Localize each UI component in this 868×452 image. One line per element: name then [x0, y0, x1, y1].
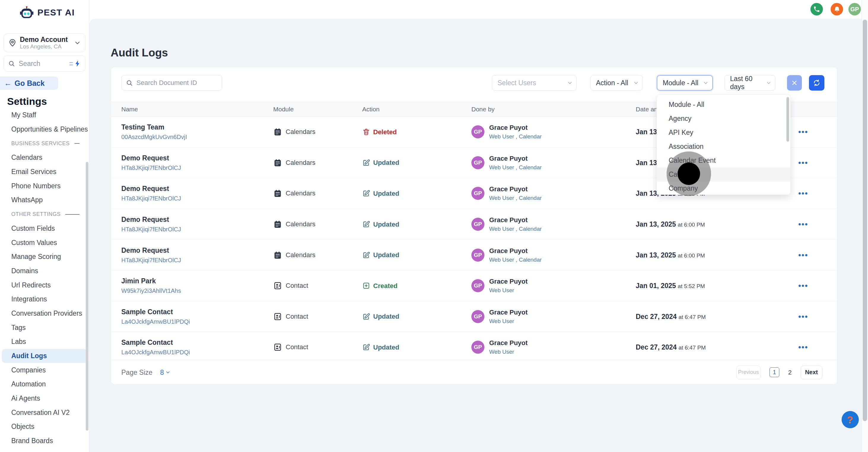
dropdown-scrollbar[interactable]: [786, 97, 789, 142]
done-by-name: Grace Puyot: [489, 278, 528, 285]
sidebar-item-integrations[interactable]: Integrations: [0, 292, 89, 307]
table-footer: Page Size 8 Previous 1 2 Next: [111, 360, 837, 384]
quick-actions-icon[interactable]: [69, 60, 82, 67]
sidebar-item-domains[interactable]: Domains: [0, 264, 89, 278]
previous-page-button[interactable]: Previous: [736, 366, 761, 379]
done-by-link[interactable]: Web User , Calendar: [489, 226, 542, 232]
help-button[interactable]: ?: [842, 411, 859, 428]
record-id[interactable]: HTa8JKjiqi7fENbrOlCJ: [121, 257, 181, 264]
sidebar-item-conversation-ai-v2[interactable]: Conversation AI V2: [0, 405, 89, 420]
go-back-button[interactable]: ← Go Back: [0, 77, 58, 90]
row-more-actions[interactable]: •••: [798, 161, 808, 164]
sidebar-item-conversation-providers[interactable]: Conversation Providers: [0, 307, 89, 321]
sidebar-search-input[interactable]: [18, 59, 64, 68]
record-id[interactable]: 00AszcdMgkUvGvn6DvjI: [121, 134, 187, 140]
record-id[interactable]: HTa8JKjiqi7fENbrOlCJ: [121, 195, 181, 202]
clear-filters-button[interactable]: [787, 75, 802, 91]
action-label: Updated: [373, 220, 399, 228]
module-option-calendar[interactable]: Calendar: [657, 168, 790, 181]
row-more-actions[interactable]: •••: [798, 192, 808, 195]
col-done-by: Done by: [471, 106, 495, 113]
phone-icon: [813, 6, 820, 13]
page-2-button[interactable]: 2: [788, 369, 792, 376]
notifications-button[interactable]: [831, 3, 843, 16]
document-search-input[interactable]: [136, 79, 211, 87]
done-by-link[interactable]: Web User , Calendar: [489, 164, 542, 171]
sidebar-item-my-staff[interactable]: My Staff: [0, 108, 89, 122]
table-row: Sample ContactLa4OJckfgAmwBU1lPDQi Conta…: [111, 332, 837, 363]
robot-logo-icon: [19, 5, 34, 20]
action-label: Updated: [373, 343, 399, 351]
module-option-calendar-event[interactable]: Calendar Event: [657, 153, 790, 168]
sidebar-item-companies[interactable]: Companies: [0, 363, 89, 377]
record-date: Jan 01, 2025: [636, 282, 676, 289]
action-label: Deleted: [373, 128, 397, 136]
account-switcher[interactable]: Demo Account Los Angeles, CA: [4, 33, 86, 52]
user-avatar[interactable]: GP: [848, 3, 861, 16]
done-by-link[interactable]: Web User , Calendar: [489, 257, 542, 263]
sidebar-item-whatsapp[interactable]: WhatsApp: [0, 193, 89, 207]
module-option-api-key[interactable]: API Key: [657, 125, 790, 140]
module-option-agency[interactable]: Agency: [657, 112, 790, 125]
sidebar-item-ai-agents[interactable]: Ai Agents: [0, 391, 89, 406]
topbar: GP: [89, 0, 868, 19]
phone-button[interactable]: [810, 3, 823, 16]
edit-icon: [362, 220, 370, 228]
done-by-link[interactable]: Web User , Calendar: [489, 133, 542, 140]
row-more-actions[interactable]: •••: [798, 131, 808, 133]
row-more-actions[interactable]: •••: [798, 346, 808, 349]
row-more-actions[interactable]: •••: [798, 315, 808, 318]
module-option-association[interactable]: Association: [657, 140, 790, 153]
sidebar-item-manage-scoring[interactable]: Manage Scoring: [0, 250, 89, 264]
sidebar-item-tags[interactable]: Tags: [0, 320, 89, 335]
sidebar-item-custom-values[interactable]: Custom Values: [0, 235, 89, 250]
sidebar-scrollbar[interactable]: [86, 162, 88, 431]
chevron-down-icon: [567, 80, 573, 86]
edit-icon: [362, 312, 370, 320]
sidebar-search[interactable]: [4, 56, 86, 72]
module-filter-select[interactable]: Module - All: [657, 75, 713, 91]
done-by-link[interactable]: Web User: [489, 318, 528, 324]
sidebar-item-automation[interactable]: Automation: [0, 377, 89, 391]
settings-heading: Settings: [7, 95, 47, 107]
record-id[interactable]: La4OJckfgAmwBU1lPDQi: [121, 318, 190, 325]
row-more-actions[interactable]: •••: [798, 254, 808, 257]
record-id[interactable]: HTa8JKjiqi7fENbrOlCJ: [121, 165, 181, 171]
page-scrollbar-thumb[interactable]: [863, 20, 867, 421]
sidebar-item-phone-numbers[interactable]: Phone Numbers: [0, 179, 89, 193]
module-option-all[interactable]: Module - All: [657, 98, 790, 112]
sidebar-item-objects[interactable]: Objects: [0, 420, 89, 434]
done-by-link[interactable]: Web User: [489, 287, 528, 294]
record-date: Jan 13, 2025: [636, 220, 676, 228]
action-filter-select[interactable]: Action - All: [590, 75, 643, 91]
col-action: Action: [362, 106, 379, 113]
page-scrollbar[interactable]: [862, 0, 868, 452]
record-date: Dec 27, 2024: [636, 343, 677, 351]
users-filter-select[interactable]: Select Users: [492, 75, 577, 91]
done-by-link[interactable]: Web User: [489, 349, 528, 355]
next-page-button[interactable]: Next: [801, 366, 822, 379]
record-id[interactable]: W95k7iy2i3AhllVt1Ahs: [121, 287, 181, 294]
sidebar-item-url-redirects[interactable]: Url Redirects: [0, 278, 89, 292]
sidebar-item-email-services[interactable]: Email Services: [0, 165, 89, 179]
refresh-button[interactable]: [809, 75, 825, 91]
page-1-button[interactable]: 1: [770, 367, 779, 377]
row-more-actions[interactable]: •••: [798, 223, 808, 226]
record-name: Demo Request: [121, 247, 181, 255]
row-more-actions[interactable]: •••: [798, 284, 808, 287]
sidebar-item-custom-fields[interactable]: Custom Fields: [0, 222, 89, 236]
sidebar-item-brand-boards[interactable]: Brand Boards: [0, 434, 89, 448]
record-id[interactable]: HTa8JKjiqi7fENbrOlCJ: [121, 226, 181, 233]
done-by-name: Grace Puyot: [489, 339, 528, 347]
sidebar-item-calendars[interactable]: Calendars: [0, 150, 89, 165]
date-range-filter-select[interactable]: Last 60 days: [724, 75, 775, 91]
record-id[interactable]: La4OJckfgAmwBU1lPDQi: [121, 349, 190, 356]
sidebar-item-labs[interactable]: Labs: [0, 335, 89, 349]
page-size-select[interactable]: 8: [160, 368, 170, 376]
sidebar-item-opportunities-pipelines[interactable]: Opportunities & Pipelines: [0, 122, 89, 137]
module-label: Contact: [286, 343, 308, 351]
done-by-link[interactable]: Web User , Calendar: [489, 195, 542, 201]
sidebar-item-audit-logs[interactable]: Audit Logs: [2, 349, 87, 363]
module-option-company[interactable]: Company: [657, 181, 790, 195]
document-search[interactable]: [121, 75, 222, 91]
